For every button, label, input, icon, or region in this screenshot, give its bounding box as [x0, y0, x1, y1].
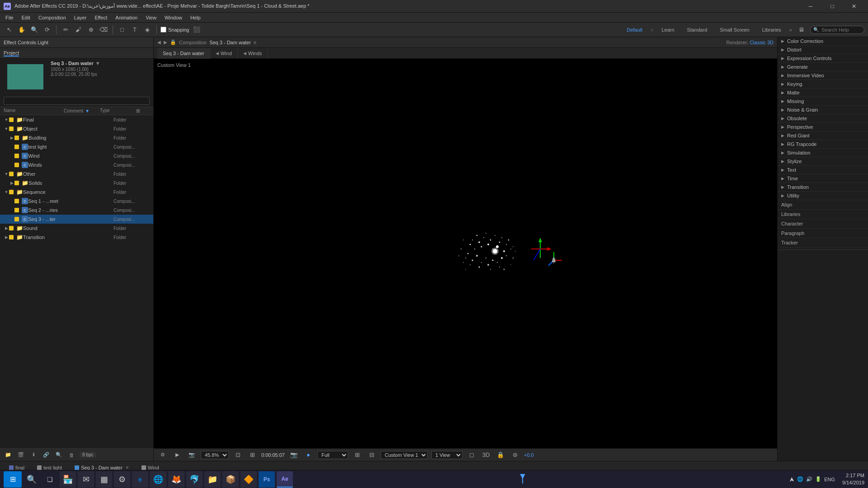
taskbar-mail[interactable]: ✉	[78, 471, 94, 488]
new-folder-button[interactable]: 📁	[4, 450, 13, 460]
project-item-3[interactable]: ▶ 📁 Buidling Folder	[0, 133, 153, 142]
panel-section-align[interactable]: Align	[778, 200, 868, 210]
effect-category-obsolete[interactable]: ▶Obsolete	[778, 114, 868, 123]
taskbar-edge[interactable]: e	[132, 471, 148, 488]
effect-category-expression-controls[interactable]: ▶Expression Controls	[778, 54, 868, 63]
comp-align-btn[interactable]: ⊜	[509, 450, 520, 460]
toolbar-shape-tool[interactable]: □	[117, 24, 127, 35]
new-comp-button[interactable]: 🎬	[16, 450, 25, 460]
effect-category-rg-trapcode[interactable]: ▶RG Trapcode	[778, 140, 868, 149]
maximize-button[interactable]: □	[822, 0, 843, 13]
comp-tab-wind[interactable]: ◀ Wind	[210, 48, 238, 59]
close-button[interactable]: ✕	[844, 0, 864, 13]
item-arrow[interactable]: ▶	[9, 136, 14, 140]
toolbar-monitor[interactable]: 🖥	[796, 24, 807, 35]
start-button[interactable]: ⊞	[4, 471, 22, 488]
project-item-2[interactable]: ▼ 📁 Object Folder	[0, 124, 153, 133]
tray-network[interactable]: 🌐	[797, 476, 803, 482]
taskbar-photoshop[interactable]: Ps	[259, 471, 275, 488]
comp-frame-btn[interactable]: ⊡	[232, 450, 243, 460]
effect-category-generate[interactable]: ▶Generate	[778, 63, 868, 71]
effect-category-missing[interactable]: ▶Missing	[778, 97, 868, 106]
dependencies-button[interactable]: 🔗	[42, 450, 51, 460]
effect-category-simulation[interactable]: ▶Simulation	[778, 149, 868, 157]
menu-view[interactable]: View	[142, 13, 160, 23]
comp-grid-btn[interactable]: ⊞	[352, 450, 363, 460]
item-arrow[interactable]: ▶	[4, 235, 9, 239]
effect-category-matte[interactable]: ▶Matte	[778, 89, 868, 97]
project-item-14[interactable]: ▶ 📁 Transition Folder	[0, 233, 153, 242]
toolbar-brush-tool[interactable]: 🖌	[73, 24, 84, 35]
toolbar-zoom-tool[interactable]: 🔍	[29, 24, 40, 35]
item-arrow[interactable]: ▼	[4, 190, 9, 194]
taskbar-search[interactable]: 🔍	[24, 471, 40, 488]
taskbar-dolphin[interactable]: 🐬	[186, 471, 203, 488]
taskbar-store[interactable]: 🏪	[60, 471, 76, 488]
effect-category-red-giant[interactable]: ▶Red Giant	[778, 131, 868, 140]
effect-category-immersive-video[interactable]: ▶Immersive Video	[778, 71, 868, 80]
import-button[interactable]: ⬇	[29, 450, 38, 460]
comp-camera-btn[interactable]: 📷	[186, 450, 197, 460]
taskbar-firefox[interactable]: 🦊	[168, 471, 184, 488]
workspace-libraries[interactable]: Libraries	[758, 26, 786, 33]
project-item-5[interactable]: C Wind Composi...	[0, 151, 153, 160]
comp-snapshot-btn[interactable]: 📷	[288, 450, 299, 460]
item-arrow[interactable]	[9, 208, 14, 212]
effect-category-time[interactable]: ▶Time	[778, 174, 868, 183]
workspace-small-screen[interactable]: Small Screen	[715, 26, 754, 33]
comp-tab-winds[interactable]: ◀ Winds	[238, 48, 268, 59]
project-search-input[interactable]	[4, 97, 150, 105]
tray-sound[interactable]: 🔊	[806, 476, 812, 482]
menu-layer[interactable]: Layer	[71, 13, 90, 23]
snapping-checkbox[interactable]	[160, 27, 166, 33]
comp-tab-seq3[interactable]: Seq 3 - Dam water	[157, 48, 210, 59]
project-item-9[interactable]: ▼ 📁 Sequence Folder	[0, 188, 153, 197]
effect-category-perspective[interactable]: ▶Perspective	[778, 123, 868, 131]
taskbar-taskview[interactable]: ❑	[42, 471, 58, 488]
comp-lock-btn[interactable]: 🔒	[495, 450, 506, 460]
taskbar-control[interactable]: ⚙	[114, 471, 130, 488]
item-arrow[interactable]	[9, 163, 14, 167]
menu-window[interactable]: Window	[161, 13, 186, 23]
comp-frame-toggle[interactable]: ◻	[466, 450, 477, 460]
toolbar-puppet-tool[interactable]: ◈	[142, 24, 153, 35]
comp-dropdown-arrow[interactable]: ▼	[95, 61, 100, 66]
project-item-1[interactable]: ▼ 📁 Final Folder	[0, 115, 153, 124]
effect-category-noise-&-grain[interactable]: ▶Noise & Grain	[778, 106, 868, 114]
effect-category-color-correction[interactable]: ▶Color Correction	[778, 37, 868, 46]
comp-guide-btn[interactable]: ⊟	[366, 450, 377, 460]
tab-settings-icon-2[interactable]: ≡	[126, 465, 129, 470]
view-select[interactable]: Custom View 1 Active Camera Top Front	[381, 451, 428, 459]
zoom-level-select[interactable]: 45.8% 50% 100%	[201, 451, 229, 459]
project-item-10[interactable]: C Seq 1 - ...reet Composi...	[0, 197, 153, 206]
project-item-13[interactable]: ▶ 📁 Sound Folder	[0, 224, 153, 233]
resolution-select[interactable]: Full Half Quarter	[317, 451, 348, 459]
item-arrow[interactable]	[9, 217, 14, 221]
toolbar-text-tool[interactable]: T	[129, 24, 140, 35]
menu-edit[interactable]: Edit	[18, 13, 34, 23]
project-item-11[interactable]: C Seq 2 - ...ries Composi...	[0, 206, 153, 215]
project-item-12[interactable]: C Seq 3 - ...ter Composi...	[0, 215, 153, 224]
panel-section-tracker[interactable]: Tracker	[778, 238, 868, 248]
comp-preview-btn[interactable]: ▶	[172, 450, 183, 460]
item-arrow[interactable]	[9, 145, 14, 149]
taskbar-vlc[interactable]: 🔶	[241, 471, 257, 488]
item-arrow[interactable]: ▼	[4, 172, 9, 176]
effect-category-transition[interactable]: ▶Transition	[778, 183, 868, 192]
view-count-select[interactable]: 1 View 2 Views 4 Views	[431, 451, 462, 459]
workspace-default[interactable]: Default	[622, 26, 647, 33]
menu-file[interactable]: File	[2, 13, 17, 23]
nav-left-arrow[interactable]: ◀	[157, 40, 161, 45]
toolbar-select-tool[interactable]: ↖	[4, 24, 14, 35]
workspace-overflow[interactable]: »	[789, 27, 792, 33]
effect-category-text[interactable]: ▶Text	[778, 166, 868, 174]
trash-button[interactable]: 🗑	[67, 450, 76, 460]
item-arrow[interactable]	[9, 154, 14, 158]
item-arrow[interactable]: ▼	[4, 127, 9, 131]
menu-effect[interactable]: Effect	[91, 13, 111, 23]
item-arrow[interactable]: ▶	[4, 226, 9, 230]
panel-section-paragraph[interactable]: Paragraph	[778, 229, 868, 238]
effect-category-distort[interactable]: ▶Distort	[778, 46, 868, 54]
toolbar-pen-tool[interactable]: ✏	[60, 24, 71, 35]
toolbar-motion-sketch[interactable]: ⬛	[191, 24, 202, 35]
